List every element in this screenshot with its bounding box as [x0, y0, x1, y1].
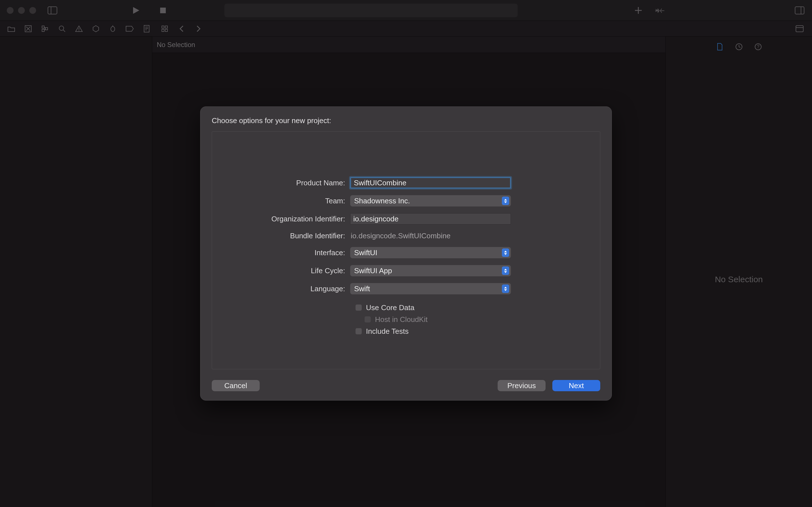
use-core-data-checkbox[interactable] — [355, 304, 362, 311]
next-button[interactable]: Next — [552, 380, 600, 391]
interface-value: SwiftUI — [354, 248, 377, 257]
popup-arrows-icon — [502, 284, 509, 293]
team-value: Shadowness Inc. — [354, 196, 410, 205]
life-cycle-popup[interactable]: SwiftUI App — [350, 265, 511, 276]
interface-label: Interface: — [232, 248, 350, 257]
language-value: Swift — [354, 284, 370, 293]
include-tests-checkbox[interactable] — [355, 328, 362, 335]
popup-arrows-icon — [502, 196, 509, 205]
previous-button[interactable]: Previous — [498, 380, 546, 391]
life-cycle-label: Life Cycle: — [232, 267, 350, 275]
language-popup[interactable]: Swift — [350, 283, 511, 294]
product-name-label: Product Name: — [232, 179, 350, 187]
dialog-form: Product Name: SwiftUICombine Team: Shado… — [212, 131, 600, 369]
life-cycle-value: SwiftUI App — [354, 267, 392, 275]
host-in-cloudkit-checkbox[interactable] — [364, 316, 371, 323]
org-id-label: Organization Identifier: — [232, 215, 350, 223]
popup-arrows-icon — [502, 267, 509, 275]
cancel-button[interactable]: Cancel — [212, 380, 260, 391]
dialog-button-bar: Cancel Previous Next — [212, 380, 600, 391]
popup-arrows-icon — [502, 248, 509, 257]
new-project-options-dialog: Choose options for your new project: Pro… — [200, 107, 612, 400]
bundle-id-label: Bundle Identifier: — [232, 231, 350, 240]
interface-popup[interactable]: SwiftUI — [350, 247, 511, 258]
use-core-data-label: Use Core Data — [366, 303, 414, 312]
host-in-cloudkit-label: Host in CloudKit — [375, 315, 427, 324]
team-label: Team: — [232, 196, 350, 205]
bundle-id-value: io.designcode.SwiftUICombine — [350, 230, 511, 241]
org-id-value: io.designcode — [353, 215, 398, 223]
dialog-title: Choose options for your new project: — [212, 116, 600, 125]
language-label: Language: — [232, 284, 350, 293]
include-tests-label: Include Tests — [366, 327, 409, 336]
product-name-value: SwiftUICombine — [354, 179, 406, 187]
org-id-field[interactable]: io.designcode — [350, 213, 511, 224]
product-name-field[interactable]: SwiftUICombine — [350, 177, 511, 188]
team-popup[interactable]: Shadowness Inc. — [350, 195, 511, 207]
